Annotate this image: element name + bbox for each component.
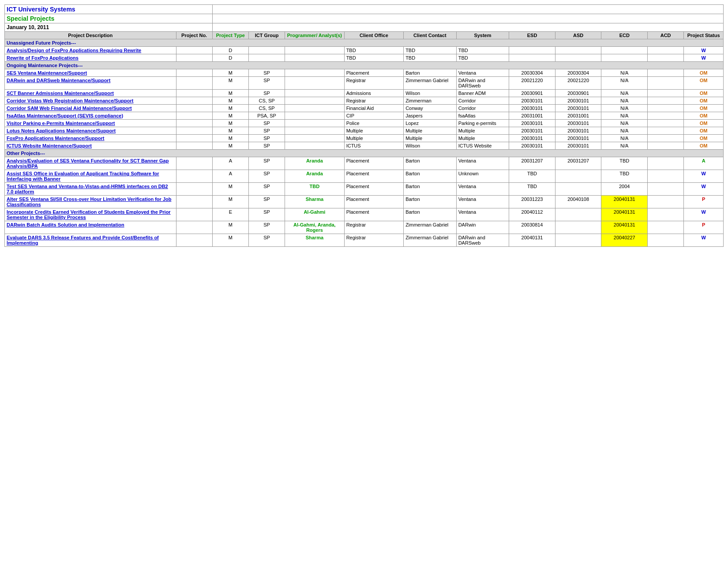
cell-programmer: [285, 127, 345, 135]
cell-acd: [648, 183, 684, 196]
cell-description[interactable]: Analysis/Design of FoxPro Applications R…: [5, 47, 176, 54]
cell-esd: 20031223: [509, 196, 555, 208]
cell-asd: [555, 221, 601, 234]
cell-proj-no: [176, 112, 212, 120]
cell-description[interactable]: Incorporate Credits Earned Verification …: [5, 208, 176, 221]
cell-client-contact: Wilson: [404, 90, 457, 97]
cell-asd: 20030101: [555, 105, 601, 112]
cell-ict-group: SP: [248, 157, 285, 170]
cell-ict-group: SP: [248, 221, 285, 234]
cell-ecd: [601, 47, 648, 54]
cell-esd: 20030101: [509, 142, 555, 150]
cell-esd: 20030814: [509, 221, 555, 234]
cell-status: OM: [684, 142, 724, 150]
cell-proj-no: [176, 77, 212, 90]
cell-asd: 20031207: [555, 157, 601, 170]
cell-status: OM: [684, 135, 724, 142]
cell-description[interactable]: Analysis/Evaluation of SES Ventana Funct…: [5, 157, 176, 170]
table-row: Incorporate Credits Earned Verification …: [5, 208, 724, 221]
cell-proj-type: D: [212, 54, 248, 62]
report-date: January 10, 2011: [5, 23, 213, 32]
cell-description[interactable]: Lotus Notes Applications Maintenance/Sup…: [5, 127, 176, 135]
cell-ecd: N/A: [601, 97, 648, 105]
cell-status: W: [684, 47, 724, 54]
cell-ict-group: SP: [248, 90, 285, 97]
cell-description[interactable]: Test SES Ventana and Ventana-to-Vistas-a…: [5, 183, 176, 196]
cell-esd: 20021220: [509, 77, 555, 90]
col-header-client-office: Client Office: [344, 32, 404, 39]
cell-description[interactable]: Corridor Vistas Web Registration Mainten…: [5, 97, 176, 105]
cell-proj-type: M: [212, 183, 248, 196]
cell-asd: 20030101: [555, 97, 601, 105]
cell-asd: 20030101: [555, 142, 601, 150]
cell-description[interactable]: Visitor Parking e-Permits Maintenance/Su…: [5, 120, 176, 127]
table-row: fsaAtlas Maintenance/Support (SEVIS comp…: [5, 112, 724, 120]
cell-esd: TBD: [509, 170, 555, 183]
cell-client-contact: TBD: [404, 47, 457, 54]
table-row: Visitor Parking e-Permits Maintenance/Su…: [5, 120, 724, 127]
cell-status: P: [684, 221, 724, 234]
cell-description[interactable]: Evaluate DARS 3.5 Release Features and P…: [5, 234, 176, 247]
cell-system: TBD: [456, 47, 509, 54]
cell-description[interactable]: DARwin and DARSweb Maintenance/Support: [5, 77, 176, 90]
col-header-acd: ACD: [648, 32, 684, 39]
col-header-client-contact: Client Contact: [404, 32, 457, 39]
cell-esd: 20030101: [509, 127, 555, 135]
cell-ict-group: SP: [248, 196, 285, 208]
cell-system: Ventana: [456, 69, 509, 77]
cell-ict-group: PSA, SP: [248, 112, 285, 120]
cell-ecd: 2004: [601, 183, 648, 196]
cell-description[interactable]: Corridor SAM Web Financial Aid Maintenan…: [5, 105, 176, 112]
cell-esd: 20030901: [509, 90, 555, 97]
subtitle-row: Special Projects: [5, 14, 724, 23]
cell-description[interactable]: SES Ventana Maintenance/Support: [5, 69, 176, 77]
cell-acd: [648, 47, 684, 54]
table-row: Assist SES Office in Evaluation of Appli…: [5, 170, 724, 183]
cell-ecd: 20040131: [601, 196, 648, 208]
cell-client-office: ICTUS: [344, 142, 404, 150]
cell-ecd: N/A: [601, 142, 648, 150]
cell-description[interactable]: Assist SES Office in Evaluation of Appli…: [5, 170, 176, 183]
col-header-system: System: [456, 32, 509, 39]
cell-status: P: [684, 196, 724, 208]
cell-client-contact: Zimmerman Gabriel: [404, 234, 457, 247]
title-row: ICT University Systems: [5, 5, 724, 14]
cell-description[interactable]: fsaAtlas Maintenance/Support (SEVIS comp…: [5, 112, 176, 120]
cell-programmer: Al-Gahmi, Aranda, Rogers: [285, 221, 345, 234]
table-body: Unassigned Future Projects---Analysis/De…: [5, 39, 724, 247]
cell-status: OM: [684, 127, 724, 135]
cell-proj-type: M: [212, 77, 248, 90]
cell-acd: [648, 77, 684, 90]
col-header-proj-no: Project No.: [176, 32, 212, 39]
cell-ecd: N/A: [601, 135, 648, 142]
cell-client-office: Placement: [344, 157, 404, 170]
app-subtitle: Special Projects: [5, 14, 213, 23]
cell-description[interactable]: FoxPro Applications Maintenance/Support: [5, 135, 176, 142]
cell-description[interactable]: Rewrite of FoxPro Applications: [5, 54, 176, 62]
cell-programmer: [285, 112, 345, 120]
cell-proj-no: [176, 234, 212, 247]
cell-programmer: [285, 120, 345, 127]
cell-proj-type: A: [212, 157, 248, 170]
table-row: Lotus Notes Applications Maintenance/Sup…: [5, 127, 724, 135]
cell-status: OM: [684, 105, 724, 112]
cell-proj-no: [176, 157, 212, 170]
cell-acd: [648, 97, 684, 105]
cell-client-office: CIP: [344, 112, 404, 120]
cell-description[interactable]: DARwin Batch Audits Solution and Impleme…: [5, 221, 176, 234]
cell-system: ICTUS Website: [456, 142, 509, 150]
cell-ecd: N/A: [601, 127, 648, 135]
cell-client-contact: Barton: [404, 170, 457, 183]
cell-acd: [648, 221, 684, 234]
cell-client-contact: Barton: [404, 208, 457, 221]
cell-status: OM: [684, 69, 724, 77]
cell-description[interactable]: SCT Banner Admissions Maintenance/Suppor…: [5, 90, 176, 97]
cell-programmer: [285, 90, 345, 97]
cell-programmer: Aranda: [285, 157, 345, 170]
cell-client-contact: Jaspers: [404, 112, 457, 120]
cell-asd: [555, 54, 601, 62]
cell-programmer: [285, 135, 345, 142]
cell-description[interactable]: ICTUS Website Maintenance/Support: [5, 142, 176, 150]
column-header-row: Project Description Project No. Project …: [5, 32, 724, 39]
cell-description[interactable]: Alter SES Ventana SI/SII Cross-over Hour…: [5, 196, 176, 208]
